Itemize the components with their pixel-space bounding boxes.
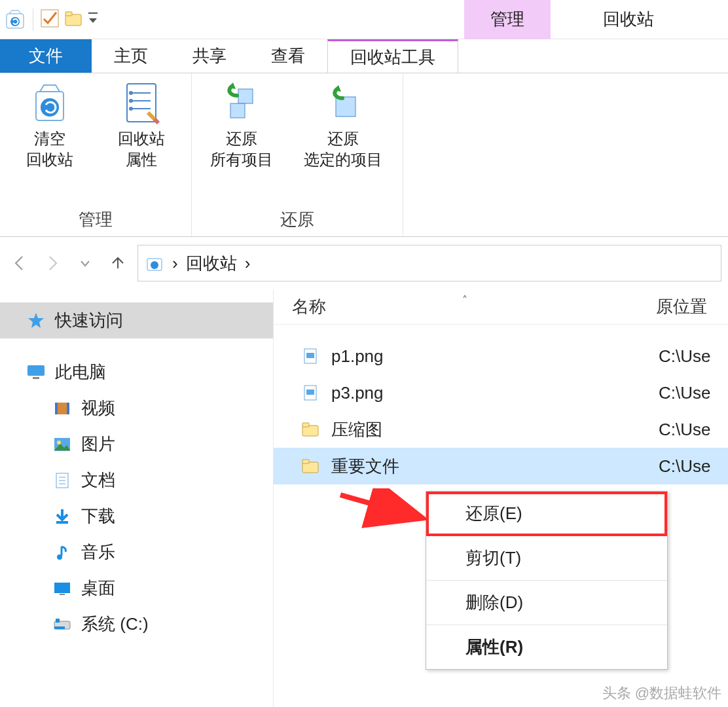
empty-recycle-bin-button[interactable]: 清空 回收站: [10, 80, 89, 171]
svg-rect-3: [65, 14, 81, 26]
up-button[interactable]: [105, 250, 131, 276]
forward-button[interactable]: [39, 250, 65, 276]
tab-recycle-tools[interactable]: 回收站工具: [327, 39, 458, 73]
music-label: 音乐: [81, 541, 115, 564]
sidebar-item-desktop[interactable]: 桌面: [0, 570, 273, 606]
svg-rect-16: [230, 103, 245, 118]
drive-icon: [52, 615, 72, 634]
svg-rect-33: [54, 583, 70, 593]
documents-icon: [52, 471, 72, 490]
sidebar-item-quick-access[interactable]: 快速访问: [0, 302, 273, 338]
file-original-location: C:\Use: [659, 420, 728, 440]
sidebar-item-pictures[interactable]: 图片: [0, 426, 273, 462]
file-list: p1.pngC:\Usep3.pngC:\Use压缩图C:\Use重要文件C:\…: [274, 325, 728, 484]
pictures-icon: [52, 435, 72, 454]
ribbon-group-restore: 还原 所有项目 还原 选定的项目 还原: [192, 73, 403, 236]
sidebar-item-music[interactable]: 音乐: [0, 534, 273, 570]
watermark: 头条 @数据蛙软件: [602, 683, 721, 703]
svg-point-32: [57, 554, 62, 560]
file-name: 重要文件: [331, 455, 659, 478]
svg-point-19: [151, 261, 158, 269]
file-row[interactable]: p3.pngC:\Use: [274, 374, 728, 411]
tab-file[interactable]: 文件: [0, 39, 92, 73]
svg-rect-37: [56, 619, 60, 623]
address-bar[interactable]: › 回收站 ›: [137, 245, 721, 281]
pictures-label: 图片: [81, 433, 115, 456]
context-menu: 还原(E) 剪切(T) 删除(D) 属性(R): [426, 491, 668, 670]
context-menu-properties[interactable]: 属性(R): [426, 625, 667, 669]
group-manage-label: 管理: [79, 206, 113, 232]
svg-rect-24: [67, 403, 69, 414]
videos-label: 视频: [81, 397, 115, 420]
sidebar-item-downloads[interactable]: 下载: [0, 498, 273, 534]
sidebar-item-system-c[interactable]: 系统 (C:): [0, 606, 273, 642]
address-sep2: ›: [245, 253, 251, 274]
context-menu-cut[interactable]: 剪切(T): [426, 536, 667, 581]
title-bar: 管理 回收站: [0, 0, 728, 39]
tab-share[interactable]: 共享: [170, 39, 249, 73]
file-row[interactable]: p1.pngC:\Use: [274, 338, 728, 374]
svg-rect-31: [56, 521, 68, 524]
sidebar-item-documents[interactable]: 文档: [0, 462, 273, 498]
address-location[interactable]: 回收站: [186, 252, 237, 275]
svg-point-13: [129, 99, 133, 103]
file-row[interactable]: 压缩图C:\Use: [274, 411, 728, 448]
file-name: p1.png: [331, 346, 659, 367]
group-restore-label: 还原: [280, 206, 314, 232]
file-original-location: C:\Use: [659, 383, 728, 403]
svg-rect-15: [238, 89, 253, 103]
recycle-bin-properties-button[interactable]: 回收站 属性: [102, 80, 181, 171]
column-original-location[interactable]: 原位置: [656, 295, 728, 318]
system-c-label: 系统 (C:): [81, 613, 149, 636]
file-original-location: C:\Use: [659, 346, 728, 367]
file-original-location: C:\Use: [659, 456, 728, 477]
empty-bin-icon: [27, 80, 73, 126]
svg-point-12: [129, 91, 133, 95]
star-icon: [26, 311, 46, 331]
restore-all-button[interactable]: 还原 所有项目: [202, 80, 281, 171]
image-file-icon: [300, 346, 321, 367]
svg-rect-20: [27, 365, 45, 376]
this-pc-icon: [26, 363, 46, 382]
ribbon: 清空 回收站 回收站 属性 管理 还原 所有项目 还: [0, 73, 728, 237]
properties-icon: [118, 80, 164, 126]
file-name: p3.png: [331, 383, 659, 403]
address-recycle-bin-icon: [145, 253, 164, 273]
svg-rect-23: [55, 403, 58, 414]
restore-selected-button[interactable]: 还原 选定的项目: [294, 80, 392, 171]
qat-checkbox-icon[interactable]: [40, 9, 60, 31]
music-icon: [52, 543, 72, 562]
column-name-label: 名称: [292, 297, 326, 316]
recent-dropdown[interactable]: [72, 250, 98, 276]
documents-label: 文档: [81, 469, 115, 492]
column-name[interactable]: ˄ 名称: [274, 295, 656, 318]
restore-selected-label: 还原 选定的项目: [304, 128, 382, 171]
svg-point-14: [129, 107, 133, 111]
desktop-label: 桌面: [81, 577, 115, 600]
context-menu-restore[interactable]: 还原(E): [426, 492, 667, 536]
this-pc-label: 此电脑: [55, 361, 106, 384]
sidebar-item-this-pc[interactable]: 此电脑: [0, 354, 273, 390]
svg-rect-34: [60, 594, 65, 595]
quick-access-label: 快速访问: [55, 309, 123, 332]
context-menu-delete[interactable]: 删除(D): [426, 581, 667, 625]
svg-rect-5: [88, 12, 98, 14]
svg-rect-43: [302, 423, 309, 427]
qat-new-folder-icon[interactable]: [64, 9, 83, 31]
svg-rect-21: [33, 377, 39, 379]
file-row[interactable]: 重要文件C:\Use: [274, 448, 728, 484]
svg-rect-39: [306, 353, 314, 358]
downloads-label: 下载: [81, 505, 115, 528]
sidebar-item-videos[interactable]: 视频: [0, 390, 273, 426]
tab-home[interactable]: 主页: [92, 39, 170, 73]
properties-label: 回收站 属性: [118, 128, 165, 171]
address-sep1: ›: [172, 253, 178, 274]
tab-view[interactable]: 查看: [249, 39, 327, 73]
downloads-icon: [52, 507, 72, 526]
restore-all-label: 还原 所有项目: [210, 128, 273, 171]
back-button[interactable]: [7, 250, 33, 276]
qat-dropdown-icon[interactable]: [87, 9, 99, 31]
contextual-tab-header: 管理: [464, 0, 551, 39]
restore-all-icon: [219, 80, 264, 126]
column-headers: ˄ 名称 原位置: [274, 289, 728, 325]
